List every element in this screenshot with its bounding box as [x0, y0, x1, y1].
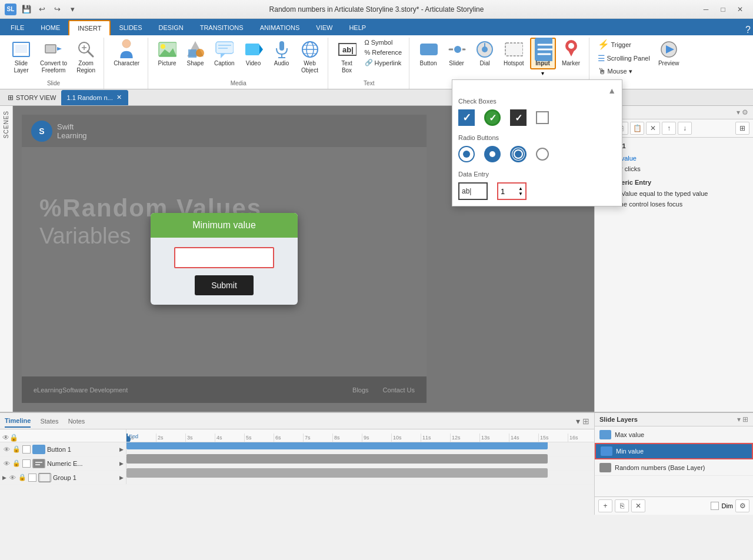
list-item[interactable]: Min value [595, 443, 753, 459]
zoom-region-button[interactable]: ZoomRegion [73, 38, 99, 76]
tab-transitions[interactable]: TRANSITIONS [192, 20, 252, 35]
props-delete-button[interactable]: ✕ [646, 122, 660, 135]
data-entry-numeric[interactable]: 1 ▲▼ [497, 182, 527, 200]
hyperlink-button[interactable]: 🔗 Hyperlink [362, 58, 405, 68]
radio-style-simple[interactable] [536, 148, 549, 161]
shape-button[interactable]: Shape [182, 38, 208, 69]
tab-notes[interactable]: Notes [68, 415, 85, 427]
props-down-button[interactable]: ↓ [678, 122, 692, 135]
props-expand-button[interactable]: ⊞ [735, 122, 749, 135]
tab-file[interactable]: FILE [2, 20, 32, 35]
list-item[interactable]: Max value [595, 426, 753, 443]
tab-home[interactable]: HOME [32, 20, 68, 35]
layer-add-button[interactable]: + [598, 499, 612, 512]
props-collapse-button[interactable]: ▾ [737, 108, 740, 116]
audio-button[interactable]: Audio [269, 38, 295, 69]
picture-button[interactable]: Picture [154, 38, 180, 69]
button-button[interactable]: Button [415, 38, 441, 69]
tab-story-view[interactable]: ⊞ STORY VIEW [2, 90, 61, 105]
radio-style-dot-outline[interactable] [458, 146, 475, 162]
track-lock-numerice[interactable]: 🔒 [12, 459, 21, 468]
track-expand-right-group1[interactable]: ▶ [119, 475, 124, 481]
text-box-button[interactable]: ab| TextBox [334, 38, 360, 76]
help-icon[interactable]: ? [745, 25, 751, 35]
character-button[interactable]: Character [110, 38, 143, 69]
layer-delete-button[interactable]: ✕ [631, 499, 645, 512]
close-tab-button[interactable]: ✕ [115, 94, 123, 101]
tab-timeline[interactable]: Timeline [5, 415, 31, 428]
checkbox-style-filled-black[interactable] [510, 109, 527, 126]
props-settings-button[interactable]: ⚙ [742, 108, 748, 116]
track-eye-numerice[interactable]: 👁 [2, 459, 11, 468]
track-eye-group1[interactable]: 👁 [8, 474, 16, 482]
preview-button[interactable]: Preview [655, 38, 683, 69]
svg-rect-1 [15, 45, 27, 53]
caption-button[interactable]: Caption [211, 38, 238, 69]
list-item[interactable]: Random numbers (Base Layer) [595, 459, 753, 476]
track-eye-button1[interactable]: 👁 [2, 445, 11, 454]
symbol-button[interactable]: Ω Symbol [362, 38, 405, 47]
video-button[interactable]: Video [241, 38, 266, 69]
tab-design[interactable]: DESIGN [151, 20, 192, 35]
undo-button[interactable]: ↩ [35, 3, 48, 16]
slide-layer-button[interactable]: SlideLayer [8, 38, 34, 76]
radio-style-filled-dot[interactable] [484, 146, 501, 162]
minimize-button[interactable]: ─ [698, 3, 714, 16]
checkbox-style-filled-blue[interactable] [458, 109, 475, 126]
timeline-collapse[interactable]: ▾ ⊞ [576, 416, 589, 426]
track-expand-button1[interactable]: ▶ [119, 446, 124, 452]
mouse-label: Mouse ▾ [608, 68, 632, 75]
hotspot-label: Hotspot [504, 60, 524, 67]
trigger-button[interactable]: ⚡ Trigger [595, 38, 652, 51]
props-up-button[interactable]: ↑ [662, 122, 676, 135]
tab-help[interactable]: HELP [341, 20, 374, 35]
input-button[interactable]: Input [530, 38, 556, 69]
track-cb-button1[interactable] [22, 445, 31, 454]
dialog-input[interactable] [174, 247, 274, 268]
tab-view[interactable]: VIEW [308, 20, 341, 35]
props-paste-button[interactable]: 📋 [630, 122, 644, 135]
scrolling-panel-button[interactable]: ☰ Scrolling Panel [595, 52, 652, 64]
textbox-label: TextBox [341, 60, 352, 74]
hotspot-button[interactable]: Hotspot [500, 38, 527, 69]
marker-button[interactable]: Marker [558, 38, 584, 69]
qa-dropdown-button[interactable]: ▾ [66, 3, 79, 16]
convert-freeform-button[interactable]: Convert toFreeform [36, 38, 71, 76]
timeline-eye-all[interactable]: 👁 [2, 434, 9, 442]
timeline-maximize-button[interactable]: ⊞ [582, 416, 589, 426]
track-expand-numerice[interactable]: ▶ [119, 461, 124, 466]
radio-style-double-ring[interactable] [510, 146, 527, 162]
tab-slides[interactable]: SLIDES [111, 20, 150, 35]
tab-animations[interactable]: ANIMATIONS [252, 20, 308, 35]
save-button[interactable]: 💾 [20, 3, 33, 16]
radio-options [458, 146, 616, 162]
track-cb-group1[interactable] [28, 474, 36, 482]
reference-button[interactable]: % Reference [362, 48, 405, 57]
redo-button[interactable]: ↪ [51, 3, 64, 16]
slider-button[interactable]: Slider [444, 38, 469, 69]
tab-insert[interactable]: INSERT [68, 20, 111, 35]
data-entry-textbox[interactable]: ab| [458, 182, 488, 200]
tab-states[interactable]: States [40, 415, 58, 427]
layers-collapse-button[interactable]: ▾ [737, 415, 741, 424]
close-button[interactable]: ✕ [732, 3, 748, 16]
layer-copy-button[interactable]: ⎘ [615, 499, 629, 512]
timeline-lock-all[interactable]: 🔒 [9, 434, 18, 442]
layer-settings-button[interactable]: ⚙ [735, 499, 749, 512]
track-cb-numerice[interactable] [22, 459, 31, 468]
dropdown-close-button[interactable]: ▲ [608, 86, 616, 95]
dim-cb[interactable] [711, 502, 719, 510]
mouse-button[interactable]: 🖱 Mouse ▾ [595, 65, 652, 77]
web-object-button[interactable]: WebObject [297, 38, 323, 76]
track-expand-arrow-group1[interactable]: ▶ [2, 475, 6, 481]
dial-button[interactable]: Dial [472, 38, 498, 69]
checkbox-style-outline[interactable] [536, 111, 549, 124]
text-group-items: ab| TextBox Ω Symbol % Reference [334, 38, 405, 79]
track-lock-button1[interactable]: 🔒 [12, 445, 21, 454]
checkbox-style-filled-green[interactable] [484, 109, 501, 126]
layers-expand-button[interactable]: ⊞ [742, 415, 748, 424]
track-lock-group1[interactable]: 🔒 [18, 474, 26, 482]
tab-slide1[interactable]: 1.1 Random n... ✕ [61, 90, 128, 105]
maximize-button[interactable]: □ [715, 3, 731, 16]
dialog-submit-button[interactable]: Submit [195, 275, 254, 295]
